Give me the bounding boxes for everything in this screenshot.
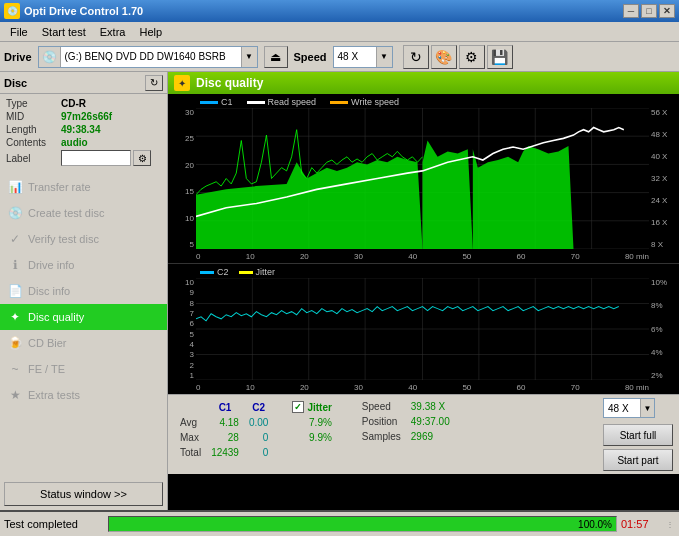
nav-disc-info-label: Disc info xyxy=(28,285,70,297)
start-full-button[interactable]: Start full xyxy=(603,424,673,446)
refresh-button[interactable]: ↻ xyxy=(403,45,429,69)
speed-select-arrow[interactable]: ▼ xyxy=(376,47,392,67)
nav-cd-bier[interactable]: 🍺 CD Bier xyxy=(0,330,167,356)
type-value: CD-R xyxy=(61,98,86,109)
start-part-button[interactable]: Start part xyxy=(603,449,673,471)
x-50: 50 xyxy=(462,252,471,261)
mid-value: 97m26s66f xyxy=(61,111,112,122)
nav-disc-quality[interactable]: ✦ Disc quality xyxy=(0,304,167,330)
y-label-20: 20 xyxy=(170,161,194,170)
y-right-40x: 40 X xyxy=(651,152,677,161)
y-r-8pct: 8% xyxy=(651,301,677,310)
disc-refresh-button[interactable]: ↻ xyxy=(145,75,163,91)
stats-jitter-header: ✓ Jitter xyxy=(288,400,335,414)
y-axis-right-top: 56 X 48 X 40 X 32 X 24 X 16 X 8 X xyxy=(649,108,679,249)
jitter-label: Jitter xyxy=(256,267,276,277)
y-right-24x: 24 X xyxy=(651,196,677,205)
speed-dropdown[interactable]: 48 X ▼ xyxy=(603,398,655,418)
nav-extra-tests-label: Extra tests xyxy=(28,389,80,401)
avg-label: Avg xyxy=(176,416,205,429)
legend-c1-label: C1 xyxy=(221,97,233,107)
nav-drive-info[interactable]: ℹ Drive info xyxy=(0,252,167,278)
speed-select[interactable]: 48 X ▼ xyxy=(333,46,393,68)
legend-c1: C1 xyxy=(200,97,233,107)
x-40: 40 xyxy=(408,252,417,261)
bx-60: 60 xyxy=(517,383,526,392)
max-c1: 28 xyxy=(207,431,243,444)
drive-select-arrow[interactable]: ▼ xyxy=(241,47,257,67)
nav-create-test-disc[interactable]: 💿 Create test disc xyxy=(0,200,167,226)
c2-label: C2 xyxy=(217,267,229,277)
jitter-checkbox[interactable]: ✓ xyxy=(292,401,304,413)
y-label-5: 5 xyxy=(170,240,194,249)
x-70: 70 xyxy=(571,252,580,261)
status-window-button[interactable]: Status window >> xyxy=(4,482,163,506)
speed-stats-table: Speed 39.38 X Position 49:37.00 Samples … xyxy=(356,398,456,445)
type-label: Type xyxy=(6,98,61,109)
nav-extra-tests[interactable]: ★ Extra tests xyxy=(0,382,167,408)
stats-c1-header: C1 xyxy=(207,400,243,414)
disc-quality-header: ✦ Disc quality xyxy=(168,72,679,94)
maximize-button[interactable]: □ xyxy=(641,4,657,18)
app-icon: 💿 xyxy=(4,3,20,19)
legend-write-speed: Write speed xyxy=(330,97,399,107)
avg-jitter: 7.9% xyxy=(288,416,335,429)
y-label-30: 30 xyxy=(170,108,194,117)
menu-bar: File Start test Extra Help xyxy=(0,22,679,42)
disc-quality-icon: ✦ xyxy=(8,310,22,324)
label-settings-button[interactable]: ⚙ xyxy=(133,150,151,166)
total-c1: 12439 xyxy=(207,446,243,459)
y-axis-left-top: 30 25 20 15 10 5 xyxy=(168,108,196,249)
drive-select[interactable]: 💿 (G:) BENQ DVD DD DW1640 BSRB ▼ xyxy=(38,46,258,68)
y-label-10: 10 xyxy=(170,214,194,223)
nav-disc-info[interactable]: 📄 Disc info xyxy=(0,278,167,304)
menu-extra[interactable]: Extra xyxy=(94,24,132,40)
progress-label: 100.0% xyxy=(578,519,612,530)
close-button[interactable]: ✕ xyxy=(659,4,675,18)
y-3: 3 xyxy=(170,350,194,359)
disc-info-icon: 📄 xyxy=(8,284,22,298)
menu-help[interactable]: Help xyxy=(133,24,168,40)
jitter-color xyxy=(239,271,253,274)
contents-value: audio xyxy=(61,137,88,148)
minimize-button[interactable]: ─ xyxy=(623,4,639,18)
eject-button[interactable]: ⏏ xyxy=(264,46,288,68)
menu-file[interactable]: File xyxy=(4,24,34,40)
menu-start-test[interactable]: Start test xyxy=(36,24,92,40)
y-right-56x: 56 X xyxy=(651,108,677,117)
max-label: Max xyxy=(176,431,205,444)
title-bar: 💿 Opti Drive Control 1.70 ─ □ ✕ xyxy=(0,0,679,22)
stats-empty xyxy=(176,400,205,414)
nav-transfer-rate[interactable]: 📊 Transfer rate xyxy=(0,174,167,200)
speed-dropdown-arrow[interactable]: ▼ xyxy=(640,399,654,417)
create-test-disc-icon: 💿 xyxy=(8,206,22,220)
save-button[interactable]: 💾 xyxy=(487,45,513,69)
position-stat-value: 49:37.00 xyxy=(407,415,454,428)
y-r-10pct: 10% xyxy=(651,278,677,287)
right-panel: ✦ Disc quality C1 Read speed xyxy=(168,72,679,510)
color-button[interactable]: 🎨 xyxy=(431,45,457,69)
nav-verify-test-disc[interactable]: ✓ Verify test disc xyxy=(0,226,167,252)
y-5: 5 xyxy=(170,330,194,339)
speed-label: Speed xyxy=(294,51,327,63)
settings-button[interactable]: ⚙ xyxy=(459,45,485,69)
jitter-checkbox-row: ✓ Jitter xyxy=(292,401,331,413)
c1-color xyxy=(200,101,218,104)
svg-marker-14 xyxy=(423,141,473,249)
label-input[interactable] xyxy=(61,150,131,166)
main-area: Disc ↻ Type CD-R MID 97m26s66f Length 49… xyxy=(0,72,679,510)
stats-c2-header: C2 xyxy=(245,400,272,414)
left-panel: Disc ↻ Type CD-R MID 97m26s66f Length 49… xyxy=(0,72,168,510)
y-label-15: 15 xyxy=(170,187,194,196)
max-jitter: 9.9% xyxy=(288,431,335,444)
svg-marker-15 xyxy=(473,146,574,249)
bx-70: 70 xyxy=(571,383,580,392)
y-7: 7 xyxy=(170,309,194,318)
bx-50: 50 xyxy=(462,383,471,392)
nav-fe-te[interactable]: ~ FE / TE xyxy=(0,356,167,382)
y-axis-left-bottom: 10 9 8 7 6 5 4 3 2 1 xyxy=(168,278,196,380)
disc-header: Disc ↻ xyxy=(0,72,167,94)
nav-cd-bier-label: CD Bier xyxy=(28,337,67,349)
nav-create-test-disc-label: Create test disc xyxy=(28,207,104,219)
speed-stat-value: 39.38 X xyxy=(407,400,454,413)
